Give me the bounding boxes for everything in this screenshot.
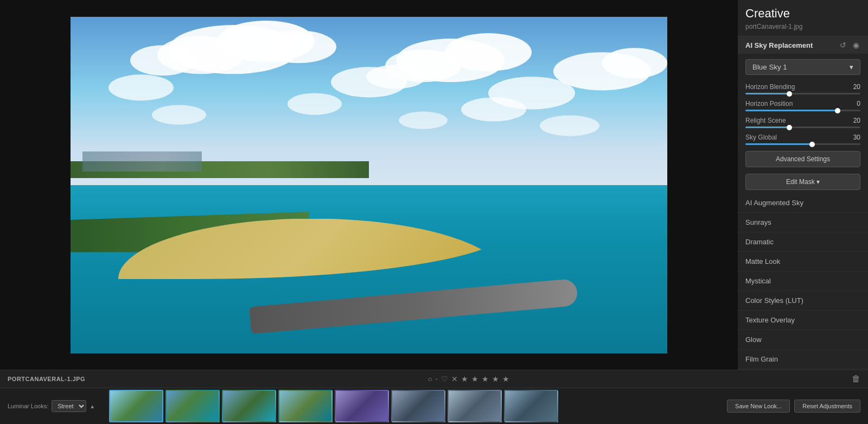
filmstrip-thumb-5[interactable]: [335, 390, 389, 422]
slider-track-3[interactable]: [745, 126, 860, 128]
looks-chevron: ▲: [90, 403, 95, 409]
menu-item-texture-overlay[interactable]: Texture Overlay: [738, 311, 868, 330]
advanced-settings-button[interactable]: Advanced Settings: [745, 151, 860, 167]
save-new-look-button[interactable]: Save New Look...: [727, 400, 790, 413]
menu-item-glow[interactable]: Glow: [738, 330, 868, 350]
filmstrip-controls: Luminar Looks: Street ▲: [0, 400, 103, 412]
slider-horizon-blending: Horizon Blending 20: [738, 80, 868, 97]
rating-star-5[interactable]: ★: [502, 375, 509, 383]
filmstrip-thumb-2[interactable]: [165, 390, 220, 422]
reset-adjustments-button[interactable]: Reset Adjustments: [794, 400, 860, 413]
rating-star-3[interactable]: ★: [482, 375, 489, 383]
slider-track-4[interactable]: [745, 143, 860, 145]
section-header-title: AI Sky Replacement: [745, 41, 813, 49]
slider-sky-global: Sky Global 30: [738, 131, 868, 148]
panel-filename: portCanaveral-1.jpg: [738, 23, 868, 36]
luminar-looks-label: Luminar Looks:: [8, 403, 48, 409]
slider-thumb-4[interactable]: [809, 142, 815, 147]
photo-canvas: [71, 17, 667, 353]
slider-fill-3: [745, 126, 789, 128]
menu-item-dramatic[interactable]: Dramatic: [738, 232, 868, 252]
rating-circle[interactable]: ○: [427, 375, 432, 383]
slider-track-2[interactable]: [745, 110, 860, 111]
filmstrip-thumb-8[interactable]: [504, 390, 558, 422]
slider-fill-2: [745, 110, 838, 111]
bottom-bar: PORTCANAVERAL-1.JPG ○ - ♡ ✕ ★ ★ ★ ★ ★ 🗑 …: [0, 370, 868, 424]
panel-title: Creative: [738, 0, 868, 23]
filmstrip-thumb-3[interactable]: [222, 390, 276, 422]
slider-thumb-1[interactable]: [787, 91, 792, 97]
image-area: [0, 0, 738, 370]
rating-area: ○ - ♡ ✕ ★ ★ ★ ★ ★: [85, 375, 852, 383]
menu-item-film-grain[interactable]: Film Grain: [738, 350, 868, 369]
edit-mask-button[interactable]: Edit Mask ▾: [745, 174, 860, 190]
menu-item-matte-look[interactable]: Matte Look: [738, 252, 868, 271]
filmstrip-thumb-7[interactable]: [448, 390, 502, 422]
slider-track-1[interactable]: [745, 93, 860, 94]
sky-preset-button[interactable]: Blue Sky 1 ▾: [745, 59, 860, 75]
menu-item-mystical[interactable]: Mystical: [738, 271, 868, 291]
toggle-icon-btn[interactable]: ◉: [852, 41, 860, 49]
slider-horizon-position: Horizon Position 0: [738, 97, 868, 114]
section-icons: ↺ ◉: [839, 41, 860, 49]
slider-fill-4: [745, 143, 812, 145]
rating-star-4[interactable]: ★: [492, 375, 499, 383]
rating-star-1[interactable]: ★: [461, 375, 468, 383]
trash-button[interactable]: 🗑: [852, 374, 860, 384]
menu-item-ai-augmented[interactable]: AI Augmented Sky: [738, 193, 868, 213]
status-bar: PORTCANAVERAL-1.JPG ○ - ♡ ✕ ★ ★ ★ ★ ★ 🗑: [0, 370, 868, 388]
bottom-right-buttons: Save New Look... Reset Adjustments: [727, 400, 868, 413]
menu-items-list: AI Augmented Sky Sunrays Dramatic Matte …: [738, 193, 868, 370]
filmstrip: [103, 388, 558, 424]
city-silhouette: [82, 151, 202, 172]
rating-heart[interactable]: ♡: [441, 375, 448, 383]
section-header: AI Sky Replacement ↺ ◉: [738, 36, 868, 54]
right-panel: Creative portCanaveral-1.jpg AI Sky Repl…: [738, 0, 868, 370]
bottom-controls: Luminar Looks: Street ▲: [0, 388, 868, 424]
slider-thumb-2[interactable]: [835, 108, 840, 113]
slider-fill-1: [745, 93, 789, 94]
slider-relight-scene: Relight Scene 20: [738, 114, 868, 131]
filmstrip-thumb-4[interactable]: [278, 390, 333, 422]
rating-star-2[interactable]: ★: [471, 375, 478, 383]
looks-select[interactable]: Street: [52, 400, 86, 412]
main-area: Creative portCanaveral-1.jpg AI Sky Repl…: [0, 0, 868, 370]
reset-icon-btn[interactable]: ↺: [839, 41, 847, 49]
menu-item-sunrays[interactable]: Sunrays: [738, 213, 868, 232]
filmstrip-thumb-1[interactable]: [109, 390, 163, 422]
rating-x[interactable]: ✕: [451, 375, 458, 383]
status-filename: PORTCANAVERAL-1.JPG: [8, 376, 85, 382]
filmstrip-thumb-6[interactable]: [391, 390, 445, 422]
slider-thumb-3[interactable]: [787, 125, 792, 130]
menu-item-color-styles[interactable]: Color Styles (LUT): [738, 291, 868, 311]
